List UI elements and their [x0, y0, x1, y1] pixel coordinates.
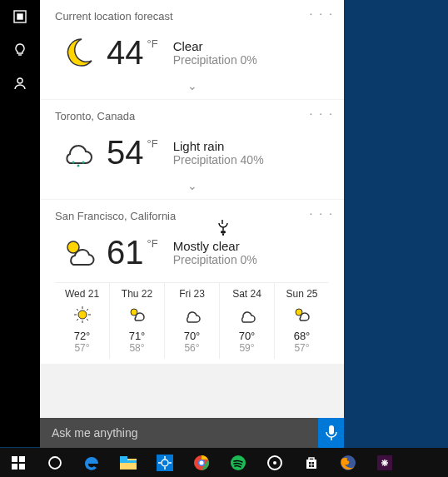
card-location: Current location forecast: [55, 10, 329, 22]
forecast-hi: 72°: [55, 330, 109, 342]
svg-rect-23: [12, 464, 17, 470]
svg-point-40: [273, 461, 276, 465]
svg-rect-41: [309, 462, 311, 465]
temp-unit: °F: [147, 137, 158, 150]
cloud-icon: [165, 303, 219, 326]
search-placeholder: Ask me anything: [52, 426, 138, 440]
forecast-lo: 57°: [55, 342, 109, 354]
temp-unit: °F: [147, 237, 158, 250]
taskbar: [0, 448, 448, 477]
forecast-day[interactable]: Wed 21 72° 57°: [55, 283, 110, 359]
condition-text: Clear: [173, 39, 257, 53]
media-icon[interactable]: [256, 448, 293, 477]
forecast-label: Wed 21: [55, 288, 109, 300]
sidebar-person-icon[interactable]: [0, 67, 40, 100]
sun-icon: [55, 303, 109, 326]
forecast-lo: 56°: [165, 342, 219, 354]
sidebar-home-icon[interactable]: [0, 0, 40, 33]
forecast-lo: 57°: [275, 342, 329, 354]
cortana-search-input[interactable]: Ask me anything: [40, 418, 318, 448]
weather-card-current[interactable]: · · · Current location forecast 44 °F Cl…: [40, 0, 344, 99]
card-more-icon[interactable]: · · ·: [310, 107, 334, 120]
svg-point-8: [78, 311, 87, 319]
svg-rect-42: [312, 462, 315, 465]
sun-cloud-icon: [275, 303, 329, 326]
svg-rect-43: [309, 465, 311, 467]
card-more-icon[interactable]: · · ·: [310, 7, 334, 20]
forecast-hi: 71°: [110, 330, 164, 342]
start-button[interactable]: [0, 448, 37, 477]
forecast-label: Fri 23: [165, 288, 219, 300]
svg-point-4: [72, 161, 75, 164]
cortana-weather-panel: · · · Current location forecast 44 °F Cl…: [40, 0, 344, 418]
expand-chevron-icon[interactable]: ⌄: [55, 176, 329, 194]
spotify-icon[interactable]: [220, 448, 256, 477]
cloud-icon: [220, 303, 274, 326]
svg-rect-1: [17, 14, 22, 19]
temp-value: 54: [107, 134, 144, 171]
temp-value: 44: [107, 34, 144, 72]
weather-card-sf[interactable]: · · · San Francisco, California 61 °F Mo…: [40, 200, 344, 364]
cortana-icon[interactable]: [37, 448, 73, 477]
slack-icon[interactable]: [366, 448, 403, 477]
moon-icon: [55, 29, 102, 76]
svg-point-37: [200, 460, 204, 465]
mic-button[interactable]: [318, 418, 344, 448]
card-more-icon[interactable]: · · ·: [310, 206, 334, 220]
condition-text: Light rain: [173, 139, 264, 153]
edge-icon[interactable]: [73, 448, 110, 477]
svg-point-3: [17, 78, 22, 83]
temp-value: 61: [107, 234, 144, 271]
precipitation-text: Precipitation 0%: [173, 253, 257, 266]
sun-cloud-icon: [110, 303, 164, 326]
forecast-day[interactable]: Sun 25 68° 57°: [275, 283, 329, 359]
svg-rect-21: [12, 456, 17, 462]
precipitation-text: Precipitation 0%: [173, 53, 257, 67]
cortana-sidebar: [0, 0, 40, 447]
svg-rect-22: [19, 456, 25, 462]
temp-unit: °F: [147, 37, 158, 50]
svg-point-5: [77, 165, 80, 167]
store-icon[interactable]: [293, 448, 330, 477]
svg-rect-19: [329, 425, 334, 435]
svg-rect-44: [312, 465, 315, 467]
forecast-day[interactable]: Fri 23 70° 56°: [165, 283, 220, 359]
weather-card-toronto[interactable]: · · · Toronto, Canada 54 °F Light rain P…: [40, 100, 344, 199]
svg-point-25: [49, 457, 61, 469]
svg-point-6: [82, 161, 85, 164]
chrome-icon[interactable]: [183, 448, 220, 477]
sun-cloud-icon: [55, 229, 102, 276]
forecast-lo: 59°: [220, 342, 274, 354]
sidebar-tip-icon[interactable]: [0, 33, 40, 67]
forecast-row: Wed 21 72° 57° Thu 22 71° 58° Fri 23 70°…: [55, 282, 329, 359]
svg-line-15: [87, 309, 88, 311]
forecast-hi: 70°: [165, 330, 219, 342]
firefox-icon[interactable]: [330, 448, 366, 477]
svg-line-14: [87, 319, 88, 320]
explorer-icon[interactable]: [110, 448, 147, 477]
svg-rect-24: [19, 464, 25, 470]
svg-line-13: [77, 309, 78, 311]
svg-rect-27: [120, 456, 127, 460]
forecast-hi: 70°: [220, 330, 274, 342]
forecast-day[interactable]: Sat 24 70° 59°: [220, 283, 275, 359]
forecast-lo: 58°: [110, 342, 164, 354]
forecast-label: Thu 22: [110, 288, 164, 300]
card-location: San Francisco, California: [55, 210, 329, 222]
expand-chevron-icon[interactable]: ⌄: [55, 76, 329, 94]
condition-text: Mostly clear: [173, 239, 257, 253]
card-location: Toronto, Canada: [55, 110, 329, 122]
svg-line-16: [77, 319, 78, 320]
forecast-label: Sat 24: [220, 288, 274, 300]
settings-icon[interactable]: [147, 448, 183, 477]
forecast-hi: 68°: [275, 330, 329, 342]
svg-rect-28: [120, 460, 137, 463]
forecast-label: Sun 25: [275, 288, 329, 300]
precipitation-text: Precipitation 40%: [173, 153, 264, 166]
rain-icon: [55, 129, 102, 176]
forecast-day[interactable]: Thu 22 71° 58°: [110, 283, 165, 359]
